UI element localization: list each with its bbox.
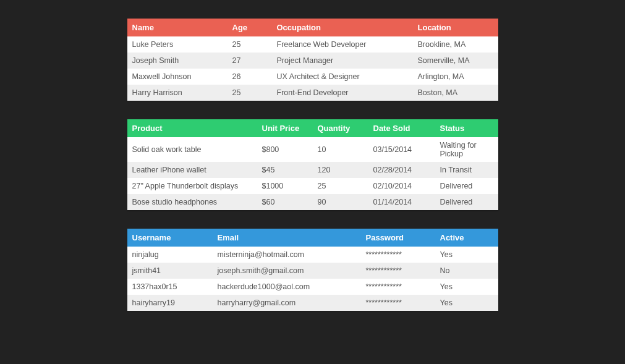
cell: Brookline, MA [413, 36, 498, 53]
table-row: Leather iPhone wallet $45 120 02/28/2014… [127, 162, 498, 178]
cell: Boston, MA [413, 85, 498, 101]
cell: $1000 [257, 178, 313, 194]
table-row: ninjalug misterninja@hotmail.com *******… [127, 247, 498, 263]
cell: Joseph Smith [127, 53, 227, 69]
cell: 25 [227, 36, 272, 53]
cell: No [435, 263, 498, 279]
cell: Yes [435, 295, 498, 311]
cell: ************ [361, 295, 435, 311]
cell: Front-End Developer [272, 85, 413, 101]
cell: $60 [257, 194, 313, 210]
cell: 26 [227, 69, 272, 85]
cell: Project Manager [272, 53, 413, 69]
cell: Somerville, MA [413, 53, 498, 69]
cell: 27 [227, 53, 272, 69]
table-header-row: Product Unit Price Quantity Date Sold St… [127, 119, 498, 137]
cell: harryharry@gmail.com [213, 295, 361, 311]
cell: Bose studio headphones [127, 194, 257, 210]
cell: ************ [361, 279, 435, 295]
cell: Solid oak work table [127, 137, 257, 162]
cell: misterninja@hotmail.com [213, 247, 361, 263]
products-table: Product Unit Price Quantity Date Sold St… [127, 119, 498, 210]
table-row: Solid oak work table $800 10 03/15/2014 … [127, 137, 498, 162]
col-header: Date Sold [368, 119, 435, 137]
cell: 10 [313, 137, 368, 162]
people-table: Name Age Occupation Location Luke Peters… [127, 19, 498, 101]
cell: Delivered [435, 194, 498, 210]
cell: 25 [313, 178, 368, 194]
cell: ************ [361, 247, 435, 263]
cell: Delivered [435, 178, 498, 194]
cell: jsmith41 [127, 263, 213, 279]
table-row: hairyharry19 harryharry@gmail.com ******… [127, 295, 498, 311]
cell: Maxwell Johnson [127, 69, 227, 85]
cell: 02/28/2014 [368, 162, 435, 178]
table-header-row: Name Age Occupation Location [127, 19, 498, 36]
col-header: Username [127, 229, 213, 247]
table-row: 27" Apple Thunderbolt displays $1000 25 … [127, 178, 498, 194]
cell: Yes [435, 247, 498, 263]
cell: ************ [361, 263, 435, 279]
col-header: Age [227, 19, 272, 36]
cell: Freelance Web Developer [272, 36, 413, 53]
table-header-row: Username Email Password Active [127, 229, 498, 247]
cell: hackerdude1000@aol.com [213, 279, 361, 295]
col-header: Password [361, 229, 435, 247]
cell: $45 [257, 162, 313, 178]
table-row: Maxwell Johnson 26 UX Architect & Design… [127, 69, 498, 85]
col-header: Product [127, 119, 257, 137]
col-header: Name [127, 19, 227, 36]
col-header: Status [435, 119, 498, 137]
cell: 27" Apple Thunderbolt displays [127, 178, 257, 194]
cell: Arlington, MA [413, 69, 498, 85]
cell: 25 [227, 85, 272, 101]
cell: UX Architect & Designer [272, 69, 413, 85]
cell: Leather iPhone wallet [127, 162, 257, 178]
cell: In Transit [435, 162, 498, 178]
table-row: Joseph Smith 27 Project Manager Somervil… [127, 53, 498, 69]
cell: Luke Peters [127, 36, 227, 53]
table-row: Bose studio headphones $60 90 01/14/2014… [127, 194, 498, 210]
cell: $800 [257, 137, 313, 162]
table-row: 1337hax0r15 hackerdude1000@aol.com *****… [127, 279, 498, 295]
col-header: Occupation [272, 19, 413, 36]
cell: 02/10/2014 [368, 178, 435, 194]
cell: ninjalug [127, 247, 213, 263]
cell: Harry Harrison [127, 85, 227, 101]
col-header: Quantity [313, 119, 368, 137]
col-header: Location [413, 19, 498, 36]
cell: hairyharry19 [127, 295, 213, 311]
cell: Waiting for Pickup [435, 137, 498, 162]
cell: 03/15/2014 [368, 137, 435, 162]
col-header: Active [435, 229, 498, 247]
cell: 90 [313, 194, 368, 210]
cell: joseph.smith@gmail.com [213, 263, 361, 279]
page-container: Name Age Occupation Location Luke Peters… [127, 0, 498, 311]
col-header: Unit Price [257, 119, 313, 137]
cell: 01/14/2014 [368, 194, 435, 210]
table-row: jsmith41 joseph.smith@gmail.com ********… [127, 263, 498, 279]
cell: 120 [313, 162, 368, 178]
users-table: Username Email Password Active ninjalug … [127, 229, 498, 311]
cell: 1337hax0r15 [127, 279, 213, 295]
table-row: Harry Harrison 25 Front-End Developer Bo… [127, 85, 498, 101]
col-header: Email [213, 229, 361, 247]
table-row: Luke Peters 25 Freelance Web Developer B… [127, 36, 498, 53]
cell: Yes [435, 279, 498, 295]
